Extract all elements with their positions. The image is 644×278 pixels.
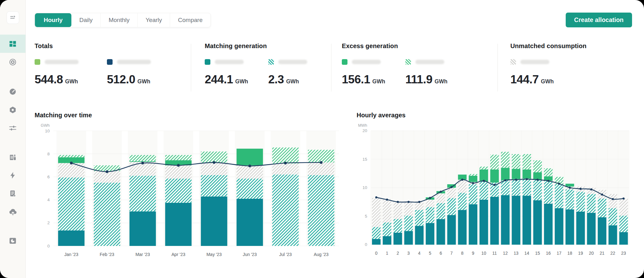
metric-unit: GWh	[137, 78, 150, 85]
sidebar-nav	[0, 35, 25, 250]
metric-value: 244.1	[205, 73, 233, 86]
svg-text:19: 19	[578, 251, 583, 256]
target-icon	[8, 58, 17, 66]
metric-unit: GWh	[286, 78, 299, 85]
svg-text:0: 0	[365, 242, 367, 247]
gauge-icon	[8, 87, 17, 96]
bolt-icon	[9, 171, 17, 179]
svg-text:12: 12	[503, 251, 508, 256]
svg-text:20: 20	[589, 251, 594, 256]
metric: 156.1GWh	[342, 59, 405, 86]
invoice-icon	[9, 189, 17, 197]
svg-text:5: 5	[429, 251, 431, 256]
svg-text:15: 15	[363, 157, 367, 162]
tab-compare[interactable]: Compare	[170, 13, 210, 27]
stat-group-totals: Totals 544.8GWh 512.0G	[35, 42, 191, 86]
metric-unit: GWh	[235, 78, 248, 85]
legend-swatch-navy	[107, 59, 113, 65]
stat-title: Matching generation	[205, 42, 331, 50]
sidebar-item-reports[interactable]	[0, 231, 25, 250]
sidebar-item-target[interactable]	[0, 53, 25, 71]
chart-matching-over-time: Matching over time 0246810GWhJan '23Feb …	[35, 112, 342, 264]
svg-text:4: 4	[418, 251, 421, 256]
stat-group-matching-generation: Matching generation 244.1GWh	[205, 42, 331, 86]
redacted-legend-label	[415, 60, 444, 64]
cloud-upload-icon	[8, 207, 17, 216]
sliders-icon	[8, 124, 17, 132]
redacted-legend-label	[117, 60, 151, 64]
stats-row: Totals 544.8GWh 512.0G	[35, 42, 632, 92]
svg-text:21: 21	[600, 251, 605, 256]
create-allocation-button[interactable]: Create allocation	[566, 13, 632, 27]
svg-text:18: 18	[567, 251, 572, 256]
topbar: Hourly Daily Monthly Yearly Compare Crea…	[35, 13, 632, 27]
tab-hourly[interactable]: Hourly	[35, 13, 71, 27]
sidebar-item-energy[interactable]	[0, 166, 25, 184]
sidebar-item-invoices[interactable]	[0, 184, 25, 203]
svg-text:0: 0	[47, 244, 50, 248]
svg-text:Mar '23: Mar '23	[136, 252, 150, 257]
stat-title: Totals	[35, 42, 191, 50]
metric-value: 144.7	[510, 73, 539, 86]
stat-title: Excess generation	[342, 42, 497, 50]
sidebar-item-gauge[interactable]	[0, 82, 25, 101]
svg-text:GWh: GWh	[41, 123, 50, 128]
metric: 144.7GWh	[510, 59, 554, 86]
tab-yearly[interactable]: Yearly	[137, 13, 170, 27]
svg-text:20: 20	[363, 128, 367, 133]
metric: 244.1GWh	[205, 59, 268, 86]
svg-text:1: 1	[386, 251, 388, 256]
svg-text:Jan '23: Jan '23	[64, 252, 78, 257]
svg-text:4: 4	[47, 197, 50, 202]
power-plant-icon	[8, 153, 17, 161]
hexagon-icon	[8, 106, 17, 114]
svg-text:8: 8	[461, 251, 464, 256]
hourly-averages-chart[interactable]: 05101520MWh01234567891011121314151617181…	[357, 121, 632, 262]
dashboard-icon	[8, 40, 17, 48]
sidebar-item-upload[interactable]	[0, 203, 25, 221]
metric: 2.3GWh	[268, 59, 307, 86]
metric-value: 544.8	[35, 73, 63, 86]
sidebar-item-power-plant[interactable]	[0, 148, 25, 166]
redacted-legend-label	[215, 60, 244, 64]
svg-text:10: 10	[363, 185, 367, 190]
redacted-legend-label	[45, 60, 79, 64]
tab-daily[interactable]: Daily	[71, 13, 100, 27]
legend-swatch-teal	[205, 59, 210, 65]
metric-value: 512.0	[107, 73, 135, 86]
chart-title: Matching over time	[35, 112, 342, 119]
divider	[331, 44, 331, 92]
svg-text:Aug '23: Aug '23	[314, 252, 329, 257]
legend-swatch-teal-hatch	[268, 59, 274, 65]
matching-over-time-chart[interactable]: 0246810GWhJan '23Feb '23Mar '23Apr '23Ma…	[35, 121, 342, 264]
sidebar-toggle-icon[interactable]	[7, 11, 19, 24]
svg-text:Feb '23: Feb '23	[100, 252, 114, 257]
svg-text:2: 2	[47, 220, 50, 225]
metric-value: 156.1	[342, 73, 370, 86]
metric-unit: GWh	[435, 78, 447, 85]
sidebar-item-dashboard[interactable]	[0, 35, 25, 53]
svg-text:13: 13	[514, 251, 519, 256]
svg-text:Jun '23: Jun '23	[243, 252, 257, 257]
svg-text:17: 17	[557, 251, 561, 256]
svg-text:0: 0	[375, 251, 378, 256]
sidebar-item-hexagon[interactable]	[0, 101, 25, 119]
stat-group-excess-generation: Excess generation 156.1GWh	[342, 42, 497, 86]
divider	[497, 44, 498, 92]
chart-title: Hourly averages	[357, 112, 632, 119]
svg-text:Apr '23: Apr '23	[171, 252, 185, 257]
svg-text:8: 8	[47, 152, 50, 156]
tab-monthly[interactable]: Monthly	[100, 13, 137, 27]
stat-title: Unmatched consumption	[510, 42, 632, 50]
redacted-legend-label	[520, 60, 549, 64]
svg-text:7: 7	[450, 251, 453, 256]
svg-text:9: 9	[472, 251, 474, 256]
svg-text:May '23: May '23	[206, 252, 222, 257]
svg-text:6: 6	[47, 175, 50, 179]
sidebar-item-sliders[interactable]	[0, 119, 25, 137]
svg-text:11: 11	[492, 251, 497, 256]
main-content: Hourly Daily Monthly Yearly Compare Crea…	[26, 0, 644, 278]
metric-unit: GWh	[541, 78, 554, 85]
pie-chart-icon	[8, 236, 17, 245]
svg-text:15: 15	[535, 251, 540, 256]
